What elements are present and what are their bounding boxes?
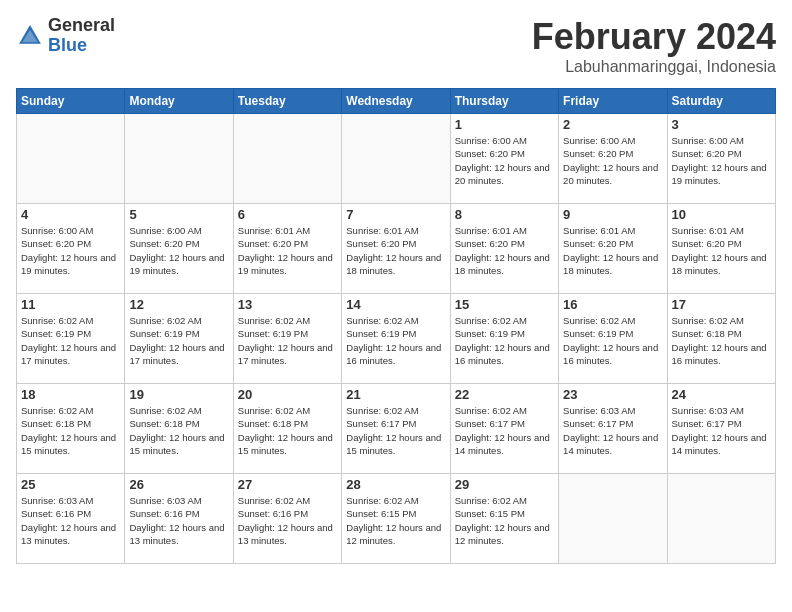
day-number: 10: [672, 207, 771, 222]
day-number: 3: [672, 117, 771, 132]
calendar-cell: [559, 474, 667, 564]
calendar-week-row: 18Sunrise: 6:02 AM Sunset: 6:18 PM Dayli…: [17, 384, 776, 474]
calendar-cell: 10Sunrise: 6:01 AM Sunset: 6:20 PM Dayli…: [667, 204, 775, 294]
calendar-cell: 29Sunrise: 6:02 AM Sunset: 6:15 PM Dayli…: [450, 474, 558, 564]
day-info: Sunrise: 6:02 AM Sunset: 6:18 PM Dayligh…: [238, 404, 337, 457]
calendar-cell: 18Sunrise: 6:02 AM Sunset: 6:18 PM Dayli…: [17, 384, 125, 474]
day-number: 21: [346, 387, 445, 402]
calendar-cell: [233, 114, 341, 204]
calendar-subtitle: Labuhanmaringgai, Indonesia: [532, 58, 776, 76]
day-number: 6: [238, 207, 337, 222]
calendar-cell: 20Sunrise: 6:02 AM Sunset: 6:18 PM Dayli…: [233, 384, 341, 474]
day-info: Sunrise: 6:01 AM Sunset: 6:20 PM Dayligh…: [238, 224, 337, 277]
day-number: 9: [563, 207, 662, 222]
weekday-header-row: SundayMondayTuesdayWednesdayThursdayFrid…: [17, 89, 776, 114]
day-info: Sunrise: 6:01 AM Sunset: 6:20 PM Dayligh…: [563, 224, 662, 277]
calendar-cell: 3Sunrise: 6:00 AM Sunset: 6:20 PM Daylig…: [667, 114, 775, 204]
day-info: Sunrise: 6:01 AM Sunset: 6:20 PM Dayligh…: [346, 224, 445, 277]
calendar-cell: 11Sunrise: 6:02 AM Sunset: 6:19 PM Dayli…: [17, 294, 125, 384]
day-number: 19: [129, 387, 228, 402]
day-info: Sunrise: 6:03 AM Sunset: 6:17 PM Dayligh…: [672, 404, 771, 457]
day-number: 7: [346, 207, 445, 222]
calendar-cell: 19Sunrise: 6:02 AM Sunset: 6:18 PM Dayli…: [125, 384, 233, 474]
day-number: 22: [455, 387, 554, 402]
calendar-cell: 15Sunrise: 6:02 AM Sunset: 6:19 PM Dayli…: [450, 294, 558, 384]
calendar-cell: 26Sunrise: 6:03 AM Sunset: 6:16 PM Dayli…: [125, 474, 233, 564]
calendar-cell: 27Sunrise: 6:02 AM Sunset: 6:16 PM Dayli…: [233, 474, 341, 564]
calendar-cell: 1Sunrise: 6:00 AM Sunset: 6:20 PM Daylig…: [450, 114, 558, 204]
day-info: Sunrise: 6:02 AM Sunset: 6:18 PM Dayligh…: [21, 404, 120, 457]
calendar-week-row: 11Sunrise: 6:02 AM Sunset: 6:19 PM Dayli…: [17, 294, 776, 384]
day-info: Sunrise: 6:02 AM Sunset: 6:19 PM Dayligh…: [346, 314, 445, 367]
day-number: 29: [455, 477, 554, 492]
day-info: Sunrise: 6:02 AM Sunset: 6:19 PM Dayligh…: [238, 314, 337, 367]
calendar-cell: [17, 114, 125, 204]
calendar-cell: 6Sunrise: 6:01 AM Sunset: 6:20 PM Daylig…: [233, 204, 341, 294]
day-info: Sunrise: 6:02 AM Sunset: 6:19 PM Dayligh…: [129, 314, 228, 367]
calendar-cell: 25Sunrise: 6:03 AM Sunset: 6:16 PM Dayli…: [17, 474, 125, 564]
day-number: 28: [346, 477, 445, 492]
day-info: Sunrise: 6:02 AM Sunset: 6:19 PM Dayligh…: [563, 314, 662, 367]
day-info: Sunrise: 6:02 AM Sunset: 6:16 PM Dayligh…: [238, 494, 337, 547]
day-number: 15: [455, 297, 554, 312]
weekday-header: Saturday: [667, 89, 775, 114]
day-info: Sunrise: 6:02 AM Sunset: 6:17 PM Dayligh…: [346, 404, 445, 457]
day-info: Sunrise: 6:00 AM Sunset: 6:20 PM Dayligh…: [563, 134, 662, 187]
day-number: 18: [21, 387, 120, 402]
calendar-cell: 17Sunrise: 6:02 AM Sunset: 6:18 PM Dayli…: [667, 294, 775, 384]
day-info: Sunrise: 6:02 AM Sunset: 6:15 PM Dayligh…: [346, 494, 445, 547]
day-info: Sunrise: 6:00 AM Sunset: 6:20 PM Dayligh…: [455, 134, 554, 187]
day-number: 14: [346, 297, 445, 312]
logo: General Blue: [16, 16, 115, 56]
day-info: Sunrise: 6:01 AM Sunset: 6:20 PM Dayligh…: [672, 224, 771, 277]
day-number: 20: [238, 387, 337, 402]
calendar-cell: 21Sunrise: 6:02 AM Sunset: 6:17 PM Dayli…: [342, 384, 450, 474]
page-header: General Blue February 2024 Labuhanmaring…: [16, 16, 776, 76]
day-number: 25: [21, 477, 120, 492]
calendar-cell: [667, 474, 775, 564]
day-info: Sunrise: 6:00 AM Sunset: 6:20 PM Dayligh…: [21, 224, 120, 277]
day-info: Sunrise: 6:03 AM Sunset: 6:17 PM Dayligh…: [563, 404, 662, 457]
calendar-cell: 28Sunrise: 6:02 AM Sunset: 6:15 PM Dayli…: [342, 474, 450, 564]
day-info: Sunrise: 6:02 AM Sunset: 6:18 PM Dayligh…: [672, 314, 771, 367]
day-number: 26: [129, 477, 228, 492]
weekday-header: Friday: [559, 89, 667, 114]
calendar-week-row: 4Sunrise: 6:00 AM Sunset: 6:20 PM Daylig…: [17, 204, 776, 294]
calendar-cell: [125, 114, 233, 204]
day-number: 17: [672, 297, 771, 312]
calendar-cell: 7Sunrise: 6:01 AM Sunset: 6:20 PM Daylig…: [342, 204, 450, 294]
calendar-cell: 14Sunrise: 6:02 AM Sunset: 6:19 PM Dayli…: [342, 294, 450, 384]
calendar-table: SundayMondayTuesdayWednesdayThursdayFrid…: [16, 88, 776, 564]
day-number: 16: [563, 297, 662, 312]
weekday-header: Wednesday: [342, 89, 450, 114]
day-info: Sunrise: 6:01 AM Sunset: 6:20 PM Dayligh…: [455, 224, 554, 277]
calendar-cell: [342, 114, 450, 204]
day-number: 11: [21, 297, 120, 312]
weekday-header: Sunday: [17, 89, 125, 114]
day-info: Sunrise: 6:03 AM Sunset: 6:16 PM Dayligh…: [129, 494, 228, 547]
day-info: Sunrise: 6:02 AM Sunset: 6:19 PM Dayligh…: [455, 314, 554, 367]
day-number: 13: [238, 297, 337, 312]
day-info: Sunrise: 6:02 AM Sunset: 6:19 PM Dayligh…: [21, 314, 120, 367]
calendar-title: February 2024: [532, 16, 776, 58]
day-number: 12: [129, 297, 228, 312]
calendar-cell: 9Sunrise: 6:01 AM Sunset: 6:20 PM Daylig…: [559, 204, 667, 294]
day-info: Sunrise: 6:00 AM Sunset: 6:20 PM Dayligh…: [672, 134, 771, 187]
day-number: 5: [129, 207, 228, 222]
day-number: 1: [455, 117, 554, 132]
day-info: Sunrise: 6:02 AM Sunset: 6:17 PM Dayligh…: [455, 404, 554, 457]
day-info: Sunrise: 6:02 AM Sunset: 6:15 PM Dayligh…: [455, 494, 554, 547]
calendar-week-row: 1Sunrise: 6:00 AM Sunset: 6:20 PM Daylig…: [17, 114, 776, 204]
day-info: Sunrise: 6:02 AM Sunset: 6:18 PM Dayligh…: [129, 404, 228, 457]
calendar-cell: 8Sunrise: 6:01 AM Sunset: 6:20 PM Daylig…: [450, 204, 558, 294]
calendar-cell: 12Sunrise: 6:02 AM Sunset: 6:19 PM Dayli…: [125, 294, 233, 384]
calendar-cell: 24Sunrise: 6:03 AM Sunset: 6:17 PM Dayli…: [667, 384, 775, 474]
calendar-cell: 23Sunrise: 6:03 AM Sunset: 6:17 PM Dayli…: [559, 384, 667, 474]
calendar-cell: 13Sunrise: 6:02 AM Sunset: 6:19 PM Dayli…: [233, 294, 341, 384]
day-info: Sunrise: 6:00 AM Sunset: 6:20 PM Dayligh…: [129, 224, 228, 277]
day-number: 27: [238, 477, 337, 492]
day-info: Sunrise: 6:03 AM Sunset: 6:16 PM Dayligh…: [21, 494, 120, 547]
day-number: 24: [672, 387, 771, 402]
day-number: 2: [563, 117, 662, 132]
title-block: February 2024 Labuhanmaringgai, Indonesi…: [532, 16, 776, 76]
